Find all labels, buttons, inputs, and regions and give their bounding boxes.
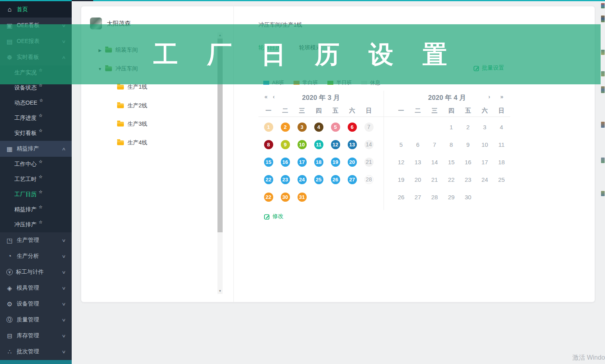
day-number: 3 — [483, 124, 486, 130]
calendar-day[interactable]: 16 — [277, 153, 294, 171]
calendar-day[interactable]: 8 — [260, 136, 277, 153]
calendar-day[interactable]: 22 — [260, 188, 277, 206]
sidebar-item-安灯看板[interactable]: 安灯看板☆ — [0, 126, 72, 141]
calendar-day[interactable]: 15 — [443, 153, 460, 171]
sidebar-item-工厂日历[interactable]: 工厂日历☆ — [0, 187, 72, 202]
calendar-day[interactable]: 10 — [294, 136, 310, 153]
calendar-day[interactable]: 30 — [460, 188, 476, 206]
calendar-day[interactable]: 26 — [393, 188, 409, 206]
calendar-day[interactable]: 13 — [409, 153, 426, 171]
sidebar-group-批次管理[interactable]: ∴批次管理∨ — [0, 344, 72, 360]
day-number: 29 — [448, 194, 455, 200]
calendar-day[interactable]: 21 — [360, 153, 377, 171]
calendar-day[interactable]: 3 — [294, 118, 310, 136]
calendar-day[interactable]: 22 — [443, 171, 460, 188]
calendar-day[interactable]: 20 — [344, 153, 360, 171]
calendar-day[interactable]: 25 — [493, 171, 510, 188]
calendar-day[interactable]: 2 — [277, 118, 294, 136]
clipped-right-panel — [601, 1, 605, 364]
calendar-day[interactable]: 26 — [327, 171, 344, 188]
calendar-april-grid: 1234567891011121314151617181920212223242… — [384, 117, 510, 206]
calendar-day[interactable]: 28 — [360, 171, 377, 188]
calendar-day[interactable]: 8 — [443, 136, 460, 153]
calendar-day[interactable]: 1 — [443, 118, 460, 136]
sidebar-group-精益排产[interactable]: ▦精益排产∧ — [0, 141, 72, 157]
calendar-day[interactable]: 4 — [493, 118, 510, 136]
sidebar-item-精益排产[interactable]: 精益排产☆ — [0, 202, 72, 217]
calendar-day[interactable]: 10 — [476, 136, 493, 153]
calendar-day[interactable]: 15 — [260, 153, 277, 171]
calendar-day[interactable]: 19 — [393, 171, 409, 188]
calendar-day[interactable]: 22 — [260, 171, 277, 188]
calendar-day[interactable]: 5 — [327, 118, 344, 136]
top-accent-bar-dark-segment — [72, 0, 93, 1]
calendar-day[interactable]: 24 — [294, 171, 310, 188]
calendar-day[interactable]: 28 — [426, 188, 443, 206]
calendar-day[interactable]: 13 — [344, 136, 360, 153]
sidebar-item-工序进度[interactable]: 工序进度☆ — [0, 111, 72, 126]
calendar-day[interactable]: 16 — [460, 153, 476, 171]
sidebar-group-标工与计件[interactable]: ¥标工与计件∨ — [0, 264, 72, 280]
calendar-day[interactable]: 11 — [493, 136, 510, 153]
calendar-day[interactable]: 25 — [310, 171, 327, 188]
calendar-day[interactable]: 9 — [277, 136, 294, 153]
calendar-day[interactable]: 19 — [327, 153, 344, 171]
sidebar-group-设备管理[interactable]: ⚙设备管理∨ — [0, 296, 72, 312]
day-circle: 8 — [264, 140, 273, 149]
calendar-day[interactable]: 12 — [393, 153, 409, 171]
sidebar-item-label: 工艺工时 — [14, 176, 37, 183]
calendar-day[interactable]: 17 — [476, 153, 493, 171]
calendar-day[interactable]: 27 — [344, 171, 360, 188]
calendar-day[interactable]: 31 — [294, 188, 310, 206]
calendar-day[interactable]: 3 — [476, 118, 493, 136]
calendar-day[interactable]: 1 — [260, 118, 277, 136]
scroll-down-icon[interactable]: ▼ — [217, 288, 223, 294]
sidebar-group-模具管理[interactable]: ◈模具管理∨ — [0, 280, 72, 296]
tree-node-label: 生产1线 — [127, 84, 147, 91]
chevron-down-icon: ∨ — [61, 254, 66, 259]
calendar-day[interactable]: 12 — [327, 136, 344, 153]
calendar-day[interactable]: 29 — [443, 188, 460, 206]
day-number: 17 — [482, 159, 488, 165]
calendar-day[interactable]: 6 — [344, 118, 360, 136]
tree-node-生产4线[interactable]: 生产4线 — [117, 138, 147, 148]
sidebar-group-生产分析[interactable]: ◔生产分析∨ — [0, 248, 72, 264]
sidebar-group-质量管理[interactable]: Ⓠ质量管理∨ — [0, 312, 72, 328]
calendar-day[interactable]: 23 — [277, 171, 294, 188]
day-circle: 24 — [298, 175, 307, 184]
tree-node-生产2线[interactable]: 生产2线 — [117, 101, 147, 111]
home-icon: ⌂ — [6, 6, 14, 13]
calendar-day[interactable]: 23 — [460, 171, 476, 188]
calendar-day[interactable]: 7 — [360, 118, 377, 136]
sidebar-item-冲压排产[interactable]: 冲压排产☆ — [0, 217, 72, 232]
sidebar-item-工作中心[interactable]: 工作中心☆ — [0, 157, 72, 172]
calendar-day[interactable]: 27 — [409, 188, 426, 206]
calendar-day[interactable]: 4 — [310, 118, 327, 136]
calendar-day[interactable]: 11 — [310, 136, 327, 153]
calendar-day[interactable]: 17 — [294, 153, 310, 171]
calendar-day[interactable]: 7 — [426, 136, 443, 153]
calendar-day[interactable]: 14 — [426, 153, 443, 171]
calendar-day[interactable]: 2 — [460, 118, 476, 136]
calendar-day[interactable]: 6 — [409, 136, 426, 153]
tree-node-生产3线[interactable]: 生产3线 — [117, 119, 147, 129]
sidebar-group-库存管理[interactable]: ⊟库存管理∨ — [0, 328, 72, 344]
calendar-day[interactable]: 14 — [360, 136, 377, 153]
sidebar-group-生产管理[interactable]: ◳生产管理∨ — [0, 232, 72, 248]
calendar-day[interactable]: 20 — [409, 171, 426, 188]
sidebar-item-home[interactable]: ⌂ 首页 — [0, 1, 72, 18]
modify-button[interactable]: 修改 — [264, 213, 284, 220]
next-year-icon[interactable]: » — [500, 93, 503, 100]
calendar-day[interactable]: 5 — [393, 136, 409, 153]
sidebar-item-工艺工时[interactable]: 工艺工时☆ — [0, 172, 72, 187]
calendar-day[interactable]: 9 — [460, 136, 476, 153]
calendar-day[interactable]: 18 — [493, 153, 510, 171]
next-month-icon[interactable]: › — [488, 93, 490, 100]
calendar-day[interactable]: 21 — [426, 171, 443, 188]
day-circle: 26 — [331, 175, 340, 184]
weekday-label: 五 — [327, 107, 344, 115]
calendar-day[interactable]: 18 — [310, 153, 327, 171]
sidebar-item-动态OEE[interactable]: 动态OEE☆ — [0, 95, 72, 111]
calendar-day[interactable]: 30 — [277, 188, 294, 206]
calendar-day[interactable]: 24 — [476, 171, 493, 188]
